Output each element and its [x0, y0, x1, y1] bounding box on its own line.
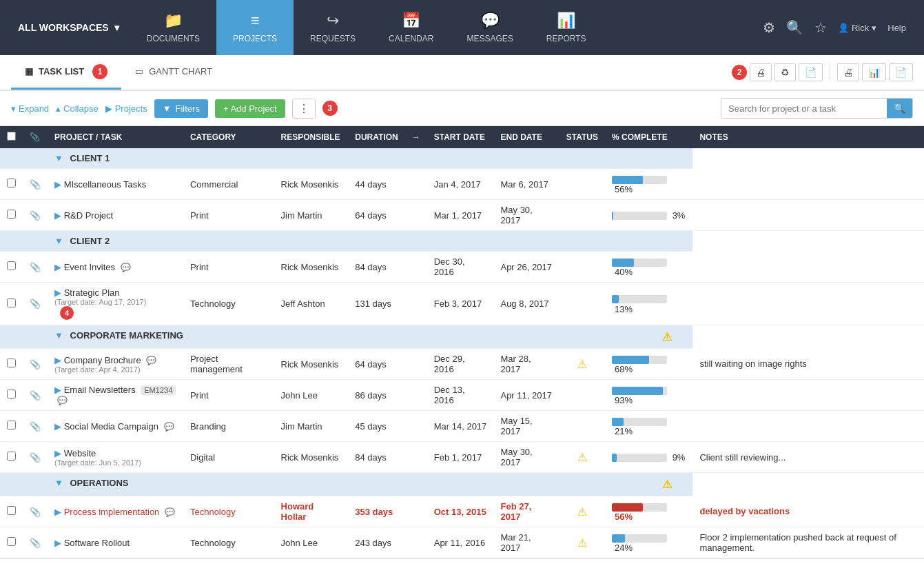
row-checkbox[interactable]	[7, 358, 16, 367]
row-percent-cell: 21%	[605, 411, 692, 442]
gantt-icon: ▭	[135, 66, 143, 77]
row-arrow-cell	[405, 527, 427, 558]
target-date: (Target date: Apr 4, 2017)	[54, 365, 176, 374]
row-notes	[692, 169, 924, 200]
row-duration: 84 days	[348, 252, 404, 283]
row-expand-arrow[interactable]: ▶	[54, 507, 61, 517]
group-collapse-icon[interactable]: ▼	[54, 330, 63, 341]
search-icon[interactable]: 🔍	[786, 19, 803, 36]
select-all-checkbox[interactable]	[7, 132, 16, 141]
add-project-button[interactable]: + Add Project	[215, 99, 285, 118]
print-icon-btn[interactable]: 🖨	[750, 63, 772, 81]
row-checkbox[interactable]	[7, 421, 16, 429]
row-name: Social Media Campaign	[64, 421, 158, 432]
workspace-dropdown-icon: ▾	[114, 22, 119, 33]
row-notes	[692, 252, 924, 283]
projects-action[interactable]: ▶ Projects	[105, 103, 147, 114]
row-name-cell: ▶ Software Rollout	[48, 527, 183, 558]
row-checkbox-cell	[0, 283, 23, 325]
comment-icon: 💬	[164, 422, 174, 432]
group-clip-cell	[23, 148, 48, 169]
row-checkbox[interactable]	[7, 506, 16, 515]
group-label-cell: ▼ CLIENT 1	[48, 148, 692, 169]
row-status	[559, 411, 605, 442]
row-checkbox[interactable]	[7, 210, 16, 219]
group-collapse-icon[interactable]: ▼	[54, 236, 63, 246]
tab-task-list-label: TASK LIST	[39, 66, 84, 77]
settings-icon[interactable]: ⚙	[763, 19, 775, 36]
nav-item-documents[interactable]: 📁 DOCUMENTS	[130, 0, 216, 55]
row-end-date: Apr 26, 2017	[493, 252, 559, 283]
th-notes: NOTES	[692, 126, 924, 148]
tab-gantt-chart[interactable]: ▭ GANTT CHART	[121, 55, 226, 90]
row-warning-icon: ⚠	[577, 358, 587, 370]
star-icon[interactable]: ☆	[814, 19, 827, 36]
row-checkbox[interactable]	[7, 390, 16, 398]
row-expand-arrow[interactable]: ▶	[54, 448, 61, 458]
row-checkbox[interactable]	[7, 452, 16, 461]
expand-action[interactable]: ▾ Expand	[11, 103, 49, 114]
recycle-icon-btn[interactable]: ♻	[774, 63, 796, 81]
row-checkbox[interactable]	[7, 179, 16, 188]
nav-item-requests[interactable]: ↪ REQUESTS	[294, 0, 372, 55]
row-start-date: Jan 4, 2017	[427, 169, 494, 200]
progress-bar	[612, 534, 667, 543]
nav-item-reports[interactable]: 📊 REPORTS	[530, 0, 603, 55]
nav-item-messages[interactable]: 💬 MESSAGES	[450, 0, 529, 55]
workspace-selector[interactable]: ALL WORKSPACES ▾	[7, 22, 130, 33]
row-start-date: Oct 13, 2015	[427, 496, 494, 527]
row-category: Print	[183, 380, 274, 411]
table-row: 📎 ▶ Email Newsletters EM1234💬 Print John…	[0, 380, 924, 411]
row-percent-cell: 9%	[605, 442, 692, 473]
nav-item-projects[interactable]: ≡ PROJECTS	[216, 0, 294, 55]
row-name: Company Brochure	[64, 355, 141, 365]
comment-icon: 💬	[146, 356, 156, 365]
row-expand-arrow[interactable]: ▶	[54, 287, 61, 298]
row-expand-arrow[interactable]: ▶	[54, 355, 61, 365]
row-responsible: Jim Martin	[274, 411, 349, 442]
pdf-icon-btn[interactable]: 📄	[889, 63, 913, 81]
tab-task-list[interactable]: ▦ TASK LIST 1	[11, 55, 121, 90]
progress-bar	[612, 503, 667, 512]
print2-icon-btn[interactable]: 🖨	[837, 63, 859, 81]
row-checkbox[interactable]	[7, 299, 16, 307]
tab-divider	[830, 64, 830, 81]
search-button[interactable]: 🔍	[887, 99, 912, 118]
collapse-action[interactable]: ▴ Collapse	[56, 103, 99, 114]
row-name: Strategic Plan	[64, 287, 120, 298]
row-expand-arrow[interactable]: ▶	[54, 421, 61, 432]
more-options-button[interactable]: ⋮	[292, 99, 316, 119]
row-expand-arrow[interactable]: ▶	[54, 179, 61, 190]
doc-icon-btn[interactable]: 📄	[799, 63, 823, 81]
row-checkbox[interactable]	[7, 261, 16, 270]
row-checkbox-cell	[0, 442, 23, 473]
row-notes: delayed by vacations	[692, 496, 924, 527]
table-row: 📎 ▶ R&D Project Print Jim Martin 64 days…	[0, 200, 924, 231]
row-expand-arrow[interactable]: ▶	[54, 262, 61, 272]
row-duration: 44 days	[348, 169, 404, 200]
nav-item-calendar[interactable]: 📅 CALENDAR	[372, 0, 450, 55]
requests-icon: ↪	[327, 12, 339, 30]
progress-bar-fill	[612, 418, 624, 426]
row-end-date: Mar 21, 2017	[493, 527, 559, 558]
row-arrow-cell	[405, 169, 427, 200]
filter-button[interactable]: ▼ Filters	[154, 99, 208, 118]
user-button[interactable]: 👤 Rick ▾	[838, 23, 876, 33]
row-expand-arrow[interactable]: ▶	[54, 210, 61, 221]
group-label-cell: ▼ CLIENT 2	[48, 231, 692, 252]
search-input[interactable]	[721, 99, 887, 118]
row-checkbox[interactable]	[7, 537, 16, 546]
row-expand-arrow[interactable]: ▶	[54, 385, 61, 395]
row-clip-cell: 📎	[23, 349, 48, 380]
group-row: ▼ CLIENT 2	[0, 231, 924, 252]
percent-label: 3%	[673, 210, 686, 221]
help-button[interactable]: Help	[887, 23, 906, 33]
group-checkbox-cell	[0, 231, 23, 252]
group-checkbox-cell	[0, 325, 23, 349]
messages-icon: 💬	[481, 12, 500, 30]
group-collapse-icon[interactable]: ▼	[54, 153, 63, 163]
group-collapse-icon[interactable]: ▼	[54, 478, 63, 488]
spreadsheet-icon-btn[interactable]: 📊	[862, 63, 886, 81]
row-expand-arrow[interactable]: ▶	[54, 538, 61, 548]
row-name-cell: ▶ Process implementation 💬	[48, 496, 183, 527]
